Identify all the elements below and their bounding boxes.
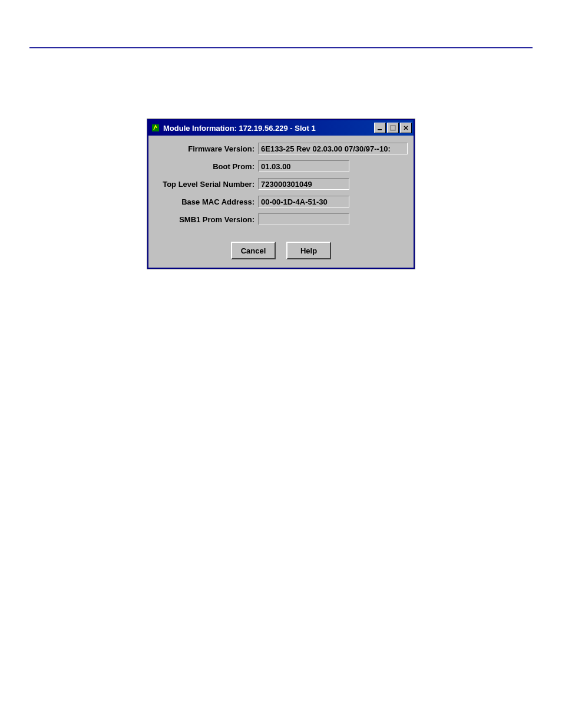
cancel-button[interactable]: Cancel: [231, 242, 276, 259]
firmware-version-label: Firmware Version:: [154, 144, 258, 153]
row-serial: Top Level Serial Number: 723000301049: [154, 178, 408, 190]
serial-number-value: 723000301049: [258, 178, 349, 190]
help-button[interactable]: Help: [286, 242, 331, 259]
button-row: Cancel Help: [154, 242, 408, 259]
window-control-buttons: [374, 123, 412, 133]
serial-number-label: Top Level Serial Number:: [154, 180, 258, 189]
smb1-prom-label: SMB1 Prom Version:: [154, 215, 258, 224]
row-smb1: SMB1 Prom Version:: [154, 213, 408, 225]
base-mac-value: 00-00-1D-4A-51-30: [258, 196, 349, 207]
module-information-dialog: Module Information: 172.19.56.229 - Slot…: [147, 119, 415, 269]
boot-prom-value: 01.03.00: [258, 160, 349, 172]
row-mac: Base MAC Address: 00-00-1D-4A-51-30: [154, 196, 408, 207]
row-firmware: Firmware Version: 6E133-25 Rev 02.03.00 …: [154, 143, 408, 154]
svg-rect-1: [378, 129, 382, 130]
base-mac-label: Base MAC Address:: [154, 197, 258, 206]
firmware-version-value: 6E133-25 Rev 02.03.00 07/30/97--10:: [258, 143, 408, 154]
dialog-content: Firmware Version: 6E133-25 Rev 02.03.00 …: [148, 136, 414, 268]
row-bootprom: Boot Prom: 01.03.00: [154, 160, 408, 172]
svg-rect-2: [391, 126, 395, 130]
header-separator: [29, 47, 533, 48]
boot-prom-label: Boot Prom:: [154, 162, 258, 171]
window-title: Module Information: 172.19.56.229 - Slot…: [163, 124, 374, 133]
minimize-button[interactable]: [374, 123, 386, 133]
app-icon: [151, 123, 160, 133]
maximize-button: [387, 123, 399, 133]
titlebar[interactable]: Module Information: 172.19.56.229 - Slot…: [148, 120, 414, 136]
close-button[interactable]: [400, 123, 412, 133]
smb1-prom-value: [258, 213, 349, 225]
